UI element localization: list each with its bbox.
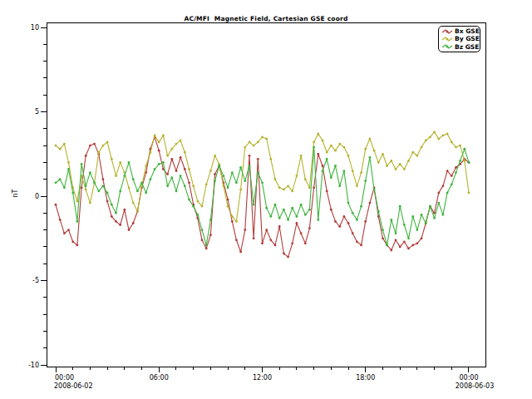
y-axis-labels: 1050-5-10 (28, 24, 39, 369)
legend-by-line-sample-icon (441, 36, 453, 42)
series-bx-gse-line (56, 137, 469, 257)
svg-text:2008-06-02: 2008-06-02 (54, 382, 93, 390)
legend-bz-label: Bz GSE (455, 43, 479, 51)
svg-text:00:00: 00:00 (459, 374, 478, 382)
svg-text:2008-06-03: 2008-06-03 (456, 382, 495, 390)
series-by-gse-line (56, 132, 469, 222)
legend: Bx GSE By GSE Bz GSE (438, 26, 480, 52)
svg-text:00:00: 00:00 (55, 374, 74, 382)
svg-text:12:00: 12:00 (253, 374, 272, 382)
legend-bz-line-sample-icon (441, 43, 453, 50)
series-bx-gse (55, 136, 470, 259)
svg-text:18:00: 18:00 (356, 374, 375, 382)
figure-root: AC/MFI Magnetic Field, Cartesian GSE coo… (0, 0, 532, 399)
legend-entry-bz: Bz GSE (441, 43, 480, 51)
svg-text:5: 5 (35, 108, 39, 116)
legend-by-label: By GSE (455, 35, 480, 42)
plot-frame (47, 22, 485, 367)
x-axis-labels: 00:002008-06-0206:0012:0018:0000:002008-… (54, 374, 494, 390)
plot-canvas: 1050-5-1000:002008-06-0206:0012:0018:000… (0, 0, 532, 399)
legend-entry-by: By GSE (441, 35, 480, 42)
svg-text:06:00: 06:00 (150, 374, 169, 382)
y-axis-title: nT (12, 190, 19, 198)
svg-text:-5: -5 (32, 277, 39, 284)
series-bz-gse-line (56, 147, 469, 245)
legend-bx-line-sample-icon (441, 28, 453, 35)
svg-text:0: 0 (35, 193, 39, 200)
legend-entry-bx: Bx GSE (441, 27, 480, 35)
x-axis-ticks (56, 367, 469, 372)
legend-bx-label: Bx GSE (455, 27, 480, 35)
svg-text:-10: -10 (28, 362, 39, 369)
svg-text:10: 10 (31, 24, 39, 32)
y-axis-ticks (41, 27, 47, 365)
